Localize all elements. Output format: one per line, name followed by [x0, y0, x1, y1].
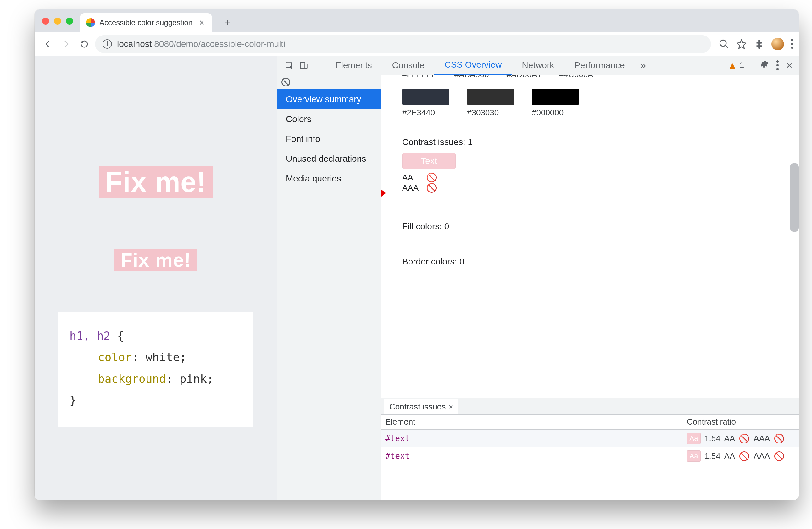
page-h2: Fix me! [114, 249, 197, 271]
drawer-tab-contrast-issues[interactable]: Contrast issues × [384, 399, 458, 414]
window-zoom-icon[interactable] [66, 18, 73, 25]
devtools: Elements Console CSS Overview Network Pe… [277, 56, 799, 500]
col-element: Element [381, 415, 682, 429]
clear-overview-icon[interactable] [281, 78, 290, 86]
code-selector: h1, h2 [70, 329, 111, 342]
forward-button[interactable] [58, 37, 74, 52]
color-swatch[interactable] [532, 89, 579, 105]
code-block: h1, h2 { color: white; background: pink;… [58, 312, 253, 427]
contrast-swatch-label: Aa [690, 452, 698, 460]
code-val-background: : pink; [166, 372, 214, 385]
contrast-ratio: 1.54 [705, 451, 721, 461]
tab-network[interactable]: Network [512, 56, 565, 75]
fail-icon: 🚫 [739, 433, 750, 444]
table-row [381, 483, 799, 500]
window-minimize-icon[interactable] [54, 18, 61, 25]
fail-icon: 🚫 [426, 172, 437, 183]
fail-icon: 🚫 [739, 451, 750, 461]
sidebar-item-media-queries[interactable]: Media queries [277, 169, 380, 188]
element-name: #text [381, 451, 682, 461]
contrast-issue-swatch-label: Text [421, 156, 437, 166]
aa-label: AA [724, 451, 735, 461]
swatch-label: #FFFFFF [402, 75, 437, 80]
swatch-label: #2E3440 [402, 108, 449, 118]
sidebar-item-unused-declarations[interactable]: Unused declarations [277, 149, 380, 169]
content: Fix me! Fix me! h1, h2 { color: white; b… [34, 56, 799, 500]
contrast-levels: AA🚫 AAA🚫 [402, 172, 791, 193]
tab-console[interactable]: Console [382, 56, 435, 75]
omnibox[interactable]: i localhost:8080/demo/accessible-color-m… [95, 35, 711, 53]
code-prop-background: background [98, 372, 166, 385]
contrast-swatch: Aa [687, 433, 701, 444]
toolbar: i localhost:8080/demo/accessible-color-m… [34, 32, 799, 56]
col-contrast-ratio: Contrast ratio [682, 415, 799, 429]
issues-count: 1 [740, 60, 744, 70]
fail-icon: 🚫 [774, 451, 785, 461]
inspect-element-icon[interactable] [283, 59, 296, 72]
fail-icon: 🚫 [774, 433, 785, 444]
aaa-label: AAA [402, 183, 421, 193]
color-swatches-row: #2E3440 #303030 #000000 [402, 89, 791, 118]
svg-line-1 [725, 45, 728, 48]
table-row[interactable]: #text Aa 1.54 AA 🚫 AAA 🚫 [381, 447, 799, 465]
profile-avatar[interactable] [771, 38, 784, 50]
extensions-icon[interactable] [754, 39, 765, 49]
devtools-settings-icon[interactable] [759, 59, 769, 71]
table-row [381, 465, 799, 483]
chrome-menu-button[interactable] [791, 39, 793, 49]
tab-title: Accessible color suggestion [99, 18, 192, 27]
code-brace-open: { [111, 329, 124, 342]
favicon-icon [86, 18, 95, 27]
tabs-overflow-icon[interactable]: » [635, 59, 652, 71]
browser-tab[interactable]: Accessible color suggestion × [80, 13, 212, 32]
table-row[interactable]: #text Aa 1.54 AA 🚫 AAA 🚫 [381, 430, 799, 447]
issues-badge[interactable]: ▲ 1 [728, 60, 744, 71]
sidebar-item-colors[interactable]: Colors [277, 109, 380, 129]
aa-label: AA [724, 434, 735, 443]
annotation-arrow-icon [381, 183, 386, 203]
page-h1: Fix me! [99, 166, 213, 198]
fill-colors-title: Fill colors: 0 [402, 221, 791, 231]
zoom-icon[interactable] [719, 39, 729, 49]
close-icon[interactable]: × [449, 403, 453, 411]
toolbar-right [719, 38, 793, 50]
tab-css-overview[interactable]: CSS Overview [434, 56, 512, 75]
url-path: :8080/demo/accessible-color-multi [152, 39, 286, 49]
tab-performance[interactable]: Performance [564, 56, 635, 75]
url-host: localhost [117, 39, 152, 49]
browser-window: Accessible color suggestion × + i localh… [34, 10, 799, 500]
site-info-icon[interactable]: i [102, 39, 112, 49]
devtools-tabbar: Elements Console CSS Overview Network Pe… [277, 56, 799, 75]
reload-button[interactable] [77, 37, 92, 52]
tab-close-icon[interactable]: × [199, 18, 204, 27]
sidebar-item-font-info[interactable]: Font info [277, 129, 380, 149]
color-swatch[interactable] [467, 89, 514, 105]
new-tab-button[interactable]: + [219, 15, 235, 30]
devtools-close-icon[interactable]: × [786, 59, 793, 71]
aa-label: AA [402, 173, 421, 182]
swatch-label: #000000 [532, 108, 579, 118]
contrast-swatch-label: Aa [690, 434, 698, 443]
contrast-issue-swatch[interactable]: Text [402, 153, 456, 169]
page-viewport: Fix me! Fix me! h1, h2 { color: white; b… [34, 56, 277, 500]
css-overview-main: #FFFFFF #ABA800 #AD00A1 #4C566A #2E3440 [381, 75, 799, 500]
devtools-menu-icon[interactable] [777, 60, 779, 70]
drawer-header: Element Contrast ratio [381, 415, 799, 430]
tab-elements[interactable]: Elements [325, 56, 382, 75]
window-close-icon[interactable] [42, 18, 49, 25]
contrast-issues-title: Contrast issues: 1 [402, 137, 791, 147]
device-toolbar-icon[interactable] [297, 59, 310, 72]
swatch-label: #AD00A1 [507, 75, 541, 80]
code-prop-color: color [98, 351, 132, 363]
back-button[interactable] [40, 37, 55, 52]
window-controls [40, 13, 76, 32]
code-val-color: : white; [132, 351, 186, 363]
contrast-swatch: Aa [687, 451, 701, 462]
scrollbar[interactable] [790, 163, 799, 232]
sidebar-item-overview-summary[interactable]: Overview summary [277, 89, 380, 109]
border-colors-title: Border colors: 0 [402, 257, 791, 267]
color-swatch[interactable] [402, 89, 449, 105]
bookmark-icon[interactable] [736, 39, 747, 49]
svg-point-0 [720, 40, 726, 46]
aaa-label: AAA [754, 434, 770, 443]
